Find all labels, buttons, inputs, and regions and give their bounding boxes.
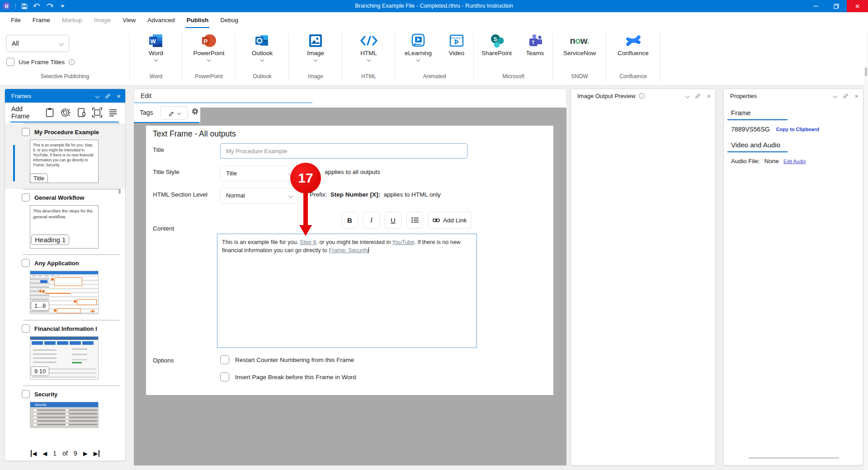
canvas-background bbox=[200, 108, 566, 123]
frame-item-my-procedure-example[interactable]: My Procedure Example This is an example … bbox=[5, 123, 125, 189]
pin-icon[interactable] bbox=[843, 93, 849, 99]
frame-title: Financial Information I bbox=[34, 325, 97, 332]
italic-button[interactable]: I bbox=[363, 212, 380, 229]
add-link-button[interactable]: Add Link bbox=[428, 212, 472, 229]
annotation-arrow-head bbox=[299, 225, 312, 236]
last-page-button[interactable]: ▶ bbox=[94, 450, 99, 457]
audio-file-value: None bbox=[764, 158, 779, 164]
content-link-frame-security[interactable]: Frame: Security bbox=[329, 247, 368, 254]
image-icon bbox=[308, 32, 323, 49]
page-break-checkbox[interactable] bbox=[220, 372, 229, 381]
quick-access-dropdown-icon[interactable] bbox=[58, 3, 66, 10]
minimize-button[interactable] bbox=[805, 0, 826, 12]
restart-counter-checkbox[interactable] bbox=[220, 355, 229, 364]
title-style-dropdown[interactable]: Title bbox=[220, 165, 298, 181]
collapse-chevron-icon[interactable] bbox=[833, 94, 838, 98]
frame-item-any-application[interactable]: Any Application bbox=[5, 254, 125, 320]
frame-checkbox[interactable] bbox=[22, 193, 30, 202]
properties-panel-header: Properties × bbox=[724, 89, 863, 103]
chevron-down-icon[interactable] bbox=[314, 58, 317, 61]
powerpoint-icon: P bbox=[201, 32, 217, 49]
first-page-button[interactable]: ◀ bbox=[31, 450, 37, 457]
resize-divider[interactable] bbox=[749, 458, 839, 458]
option-insert-page-break: Insert Page Break before this Frame in W… bbox=[220, 372, 356, 381]
group-label: Word bbox=[130, 73, 182, 80]
tab-edit[interactable]: Edit bbox=[141, 92, 151, 99]
frame-thumbnail[interactable]: This is an example file for you. Step 6.… bbox=[30, 140, 99, 183]
add-capture-frame-icon[interactable] bbox=[60, 107, 71, 118]
frame-thumbnail[interactable]: This describes the steps for the general… bbox=[30, 205, 99, 249]
underline-button[interactable]: U bbox=[385, 212, 401, 229]
step-range-badge: 1...8 bbox=[31, 301, 49, 310]
add-region-frame-icon[interactable] bbox=[91, 107, 103, 118]
html-section-level-dropdown[interactable]: Normal bbox=[220, 188, 298, 203]
style-badge: Title bbox=[30, 174, 48, 183]
menu-file[interactable]: File bbox=[5, 12, 27, 28]
frame-title-input[interactable] bbox=[220, 143, 467, 159]
edit-tab-row: Edit bbox=[134, 89, 566, 103]
frame-thumbnail[interactable]: 9 10 bbox=[30, 336, 99, 380]
menu-advanced[interactable]: Advanced bbox=[142, 12, 180, 28]
frame-checkbox[interactable] bbox=[22, 324, 30, 333]
add-page-frame-icon[interactable] bbox=[75, 107, 87, 118]
chevron-down-icon[interactable] bbox=[416, 58, 420, 61]
content-link-step6[interactable]: Step 6 bbox=[300, 239, 316, 245]
frame-item-security[interactable]: Security Security bbox=[5, 385, 125, 434]
chevron-down-icon bbox=[288, 193, 293, 198]
gear-icon[interactable] bbox=[191, 108, 199, 115]
chevron-down-icon[interactable] bbox=[260, 58, 264, 61]
menu-view[interactable]: View bbox=[117, 12, 142, 28]
menu-debug[interactable]: Debug bbox=[214, 12, 244, 28]
content-editor[interactable]: This is an example file for you. Step 6.… bbox=[217, 234, 477, 348]
group-label: Selective Publishing bbox=[0, 73, 130, 80]
save-icon[interactable] bbox=[20, 3, 28, 10]
chevron-down-icon[interactable] bbox=[367, 58, 370, 61]
frame-checkbox[interactable] bbox=[22, 128, 30, 136]
add-list-frame-icon[interactable] bbox=[107, 107, 119, 118]
content-link-youtube[interactable]: YouTube bbox=[392, 239, 414, 245]
step-range-badge: 9 10 bbox=[31, 367, 49, 376]
previous-page-button[interactable]: ◀ bbox=[42, 450, 47, 457]
collapse-chevron-icon[interactable] bbox=[685, 94, 690, 98]
group-label: Animated bbox=[395, 73, 474, 80]
chevron-down-icon[interactable] bbox=[154, 58, 158, 61]
close-button[interactable]: ✕ bbox=[847, 0, 868, 12]
bullet-list-button[interactable] bbox=[406, 212, 423, 229]
close-icon[interactable]: × bbox=[707, 93, 711, 99]
pin-icon[interactable] bbox=[695, 93, 701, 99]
pin-icon[interactable] bbox=[105, 93, 111, 99]
close-icon[interactable]: × bbox=[117, 93, 121, 99]
use-frame-titles-checkbox[interactable] bbox=[6, 58, 14, 66]
title-style-label: Title Style bbox=[153, 169, 179, 175]
edit-audio-link[interactable]: Edit Audio bbox=[783, 159, 806, 164]
next-page-button[interactable]: ▶ bbox=[83, 450, 88, 457]
redo-icon[interactable] bbox=[46, 3, 54, 10]
frame-item-financial-information[interactable]: Financial Information I 9 10 bbox=[5, 320, 125, 385]
scrollbar-thumb[interactable] bbox=[865, 68, 867, 76]
menu-publish[interactable]: Publish bbox=[180, 12, 214, 28]
bold-button[interactable]: B bbox=[341, 212, 358, 229]
collapse-chevron-icon[interactable] bbox=[95, 94, 100, 98]
chevron-down-icon[interactable] bbox=[207, 58, 211, 61]
frame-checkbox[interactable] bbox=[22, 259, 30, 267]
group-snow: now. ServiceNow SNOW bbox=[553, 28, 606, 85]
publish-filter-dropdown[interactable]: All bbox=[6, 35, 69, 52]
frame-title: General Workflow bbox=[34, 194, 84, 201]
frame-thumbnail[interactable]: 1...8 bbox=[30, 271, 99, 314]
frame-checkbox[interactable] bbox=[22, 390, 30, 398]
add-text-frame-icon[interactable] bbox=[44, 107, 56, 118]
edit-tags-button[interactable] bbox=[160, 106, 188, 120]
group-confluence: Confluence Confluence bbox=[606, 28, 660, 85]
divider bbox=[15, 3, 16, 9]
undo-icon[interactable] bbox=[33, 3, 41, 10]
tags-row: Tags bbox=[134, 103, 566, 123]
html-code-icon bbox=[360, 32, 378, 49]
close-icon[interactable]: × bbox=[854, 93, 859, 99]
frame-item-general-workflow[interactable]: General Workflow This describes the step… bbox=[5, 189, 125, 254]
servicenow-icon: now. bbox=[570, 32, 590, 49]
window-scrollbar[interactable] bbox=[864, 66, 868, 470]
copy-to-clipboard-link[interactable]: Copy to Clipboard bbox=[776, 127, 819, 132]
frame-thumbnail[interactable]: Security bbox=[30, 402, 99, 428]
restore-button[interactable] bbox=[826, 0, 847, 12]
menu-frame[interactable]: Frame bbox=[27, 12, 56, 28]
